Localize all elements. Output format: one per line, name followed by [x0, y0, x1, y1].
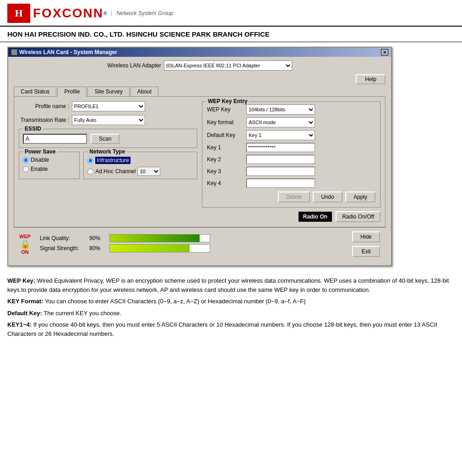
wep-group: WEP Key Entry WEP Key 104bits / 128bits [202, 101, 380, 208]
transmission-rate-row: Transmission Rate : Fully Auto [19, 115, 197, 125]
link-quality-bar [109, 234, 210, 242]
win-titlebar-title: Wireless LAN Card - System Manager [11, 49, 117, 55]
wep-key-label: WEP Key [207, 106, 244, 113]
infrastructure-label: Infrastructure [95, 157, 130, 164]
key1-label: Key 1 [207, 144, 244, 151]
tab-card-status[interactable]: Card Status [14, 87, 56, 97]
key4-row: Key 4 [207, 179, 375, 188]
power-save-disable-item: Disable [23, 157, 76, 163]
win-title-text: Wireless LAN Card - System Manager [19, 49, 117, 55]
apply-button[interactable]: Apply [345, 191, 375, 202]
signal-strength-bar [109, 244, 210, 252]
channel-label: Channel [115, 168, 136, 175]
key-format-text: You can choose to enter ASCII Characters… [43, 298, 306, 305]
key1-row: Key 1 [207, 143, 375, 152]
signal-strength-row: Signal Strength: 80% [40, 244, 343, 252]
logo-subtitle: Network System Group [111, 10, 173, 16]
adhoc-radio[interactable] [87, 169, 93, 175]
logo-text: FOXCONN [33, 6, 103, 21]
power-save-enable-radio[interactable] [23, 166, 29, 172]
tab-profile[interactable]: Profile [57, 87, 87, 97]
tab-about[interactable]: About [130, 87, 158, 97]
win-close-button[interactable]: ✕ [381, 49, 388, 55]
left-panel: Profile name : PROFILE1 Transmission Rat… [19, 101, 197, 222]
key14-text: If you choose 40-bit keys, then you must… [7, 321, 437, 337]
power-save-group: Power Save Disable Enable [19, 152, 80, 179]
adapter-label: Wireless LAN Adapter [107, 62, 161, 69]
adhoc-item: Ad.Hoc Channel 10 [87, 167, 193, 176]
signal-strength-value: 80% [89, 245, 106, 252]
adapter-select[interactable]: (0)LAN-Express IEEE 802.11 PCI Adapter [164, 60, 292, 71]
network-type-group: Network Type Infrastructure Ad.Hoc Chann… [83, 152, 197, 179]
wep-key-select[interactable]: 104bits / 128bits [246, 104, 315, 115]
default-key-desc: Default Key: The current KEY you choose. [7, 309, 455, 318]
hide-button[interactable]: Hide [352, 231, 380, 242]
key4-input[interactable] [246, 179, 315, 188]
link-quality-row: Link Quality: 90% [40, 234, 343, 242]
power-save-enable-label: Enable [31, 166, 48, 172]
description-section: WEP Key: Wired Equivalent Privacy, WEP i… [0, 271, 462, 346]
status-items: Link Quality: 90% Signal Strength: 80% [40, 234, 343, 254]
window-container: Wireless LAN Card - System Manager ✕ Wir… [0, 42, 462, 271]
essid-group: ESSID Scan [19, 129, 197, 148]
default-key-select[interactable]: Key 1 [246, 130, 315, 140]
transmission-rate-select[interactable]: Fully Auto [72, 115, 145, 125]
status-buttons: Hide Exit [352, 231, 380, 257]
key3-input[interactable] [246, 167, 315, 176]
exit-button[interactable]: Exit [352, 246, 380, 257]
channel-select[interactable]: 10 [137, 167, 160, 176]
wep-line1: WEP [19, 234, 31, 239]
logo-area: H FOXCONN® Network System Group [7, 4, 173, 23]
key14-bold: KEY1~4: [7, 321, 32, 328]
key-format-select[interactable]: ASCII mode [246, 117, 315, 127]
profile-name-row: Profile name : PROFILE1 [19, 101, 197, 111]
profile-form: Profile name : PROFILE1 Transmission Rat… [19, 101, 380, 222]
default-key-row: Default Key Key 1 [207, 130, 375, 140]
power-save-label: Power Save [23, 148, 57, 155]
right-panel: WEP Key Entry WEP Key 104bits / 128bits [202, 101, 380, 222]
wep-key-bold: WEP Key: [7, 277, 35, 284]
default-key-label: Default Key [207, 132, 244, 138]
delete-button[interactable]: Delete [278, 191, 310, 202]
radio-on-off-button[interactable]: Radio On/Off [336, 211, 380, 222]
radio-on-row: Radio On Radio On/Off [202, 211, 380, 222]
wep-line2: ON [21, 249, 29, 255]
infrastructure-radio[interactable] [87, 158, 93, 164]
company-title: HON HAI PRECISION IND. CO., LTD. HSINCHU… [0, 27, 462, 42]
wep-lock-icon: 🔒 [20, 239, 30, 249]
link-quality-bar-fill [110, 235, 200, 242]
tab-site-survey[interactable]: Site Survey [87, 87, 129, 97]
wep-key-text: Wired Equivalent Privacy, WEP is an encr… [7, 277, 449, 293]
help-button[interactable]: Help [356, 74, 386, 84]
key2-row: Key 2 [207, 155, 375, 164]
wep-key-desc: WEP Key: Wired Equivalent Privacy, WEP i… [7, 276, 455, 294]
wep-key-row: WEP Key 104bits / 128bits [207, 104, 375, 115]
lower-row: Power Save Disable Enable [19, 152, 197, 179]
key-format-desc: KEY Format: You can choose to enter ASCI… [7, 297, 455, 306]
signal-strength-bar-fill [110, 245, 190, 252]
key-format-row: Key format ASCII mode [207, 117, 375, 127]
link-quality-label: Link Quality: [40, 235, 86, 241]
key1-input[interactable] [246, 143, 315, 152]
network-type-label: Network Type [87, 148, 127, 155]
profile-name-select[interactable]: PROFILE1 [72, 101, 145, 111]
power-save-disable-radio[interactable] [23, 157, 29, 163]
win-window: Wireless LAN Card - System Manager ✕ Wir… [7, 47, 392, 266]
header: H FOXCONN® Network System Group [0, 0, 462, 27]
undo-button[interactable]: Undo [313, 191, 342, 202]
key14-desc: KEY1~4: If you choose 40-bit keys, then … [7, 320, 455, 338]
essid-input[interactable] [23, 134, 87, 144]
key3-label: Key 3 [207, 168, 244, 175]
scan-button[interactable]: Scan [91, 134, 120, 144]
radio-on-badge: Radio On [299, 212, 332, 222]
profile-name-label: Profile name : [19, 103, 69, 109]
tabs: Card Status Profile Site Survey About [14, 86, 386, 96]
help-row: Help [14, 74, 386, 84]
status-bar: WEP 🔒 ON Link Quality: 90% Signal Streng… [14, 227, 386, 261]
essid-group-label: ESSID [23, 126, 43, 132]
wep-group-label: WEP Key Entry [206, 98, 249, 104]
key2-input[interactable] [246, 155, 315, 164]
power-save-enable-item: Enable [23, 166, 76, 172]
power-save-disable-label: Disable [31, 157, 49, 163]
window-icon [11, 49, 17, 55]
